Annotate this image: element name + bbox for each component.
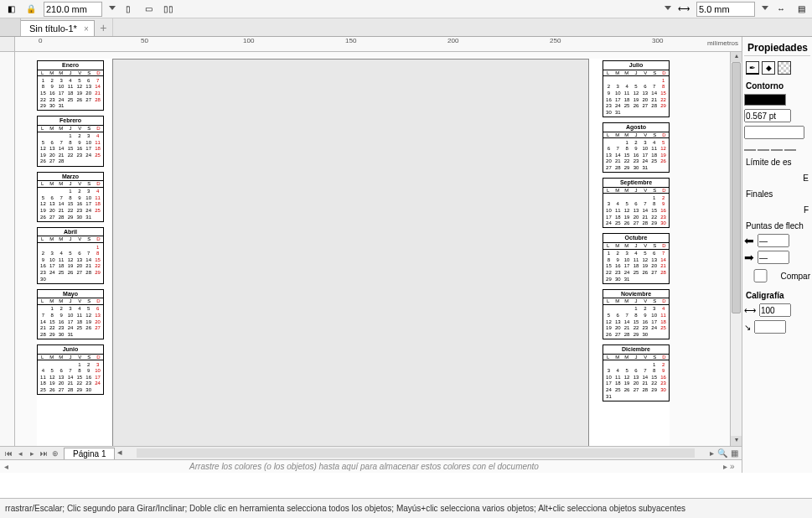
month-title: Noviembre (603, 290, 669, 299)
scroll-down-icon[interactable]: ▾ (731, 436, 742, 446)
miter-limit-label: Límite de es (744, 153, 810, 168)
page-tab-1[interactable]: Página 1 (64, 448, 115, 459)
angle-icon: ↘ (744, 323, 751, 332)
calligraphy-label: Caligrafía (744, 286, 810, 302)
duplicate-distance-icon[interactable]: ↔ (773, 2, 789, 17)
month-title: Julio (603, 61, 669, 70)
outline-style-input[interactable] (744, 126, 804, 139)
dropdown-icon[interactable] (762, 6, 768, 13)
prev-page-icon[interactable]: ◂ (15, 449, 25, 458)
calendar-month[interactable]: MarzoLMMJVSD 123456789101112131415161718… (37, 172, 104, 222)
calendar-month[interactable]: MayoLMMJVSD 1234567891011121314151617181… (37, 289, 104, 339)
ruler-tick: 200 (447, 37, 458, 44)
month-grid: 1234567891011121314151617181920212223242… (603, 76, 669, 117)
calligraphy-stretch-input[interactable] (759, 303, 791, 317)
first-page-icon[interactable]: ⏮ (3, 449, 13, 458)
center-artboard[interactable] (112, 59, 589, 446)
vertical-scrollbar[interactable]: ▴ ▾ (730, 52, 742, 446)
scroll-thumb[interactable] (732, 62, 741, 313)
outline-section-label: Contorno (744, 76, 810, 92)
calendar-month[interactable]: JulioLMMJVSD 123456789101112131415161718… (603, 60, 670, 117)
month-grid: 1234567891011121314151617181920212223242… (38, 243, 103, 283)
fill-icon[interactable]: ◆ (762, 61, 775, 75)
ruler-tick: 150 (345, 37, 356, 44)
calendar-month[interactable]: SeptiembreLMMJVSD 1234567891011121314151… (603, 178, 670, 228)
weekday-header: LMMJVSD (603, 355, 669, 361)
options-toolbar: ◧ 🔒 ▯ ▭ ▯▯ ⟷ ↔ ▤ (0, 0, 812, 18)
outline-width-input[interactable] (744, 109, 791, 122)
last-page-icon[interactable]: ⏭ (39, 449, 49, 458)
month-title: Diciembre (603, 345, 669, 355)
dash-presets[interactable] (744, 141, 810, 153)
month-grid: 1234567891011121314151617181920212223242… (38, 76, 103, 110)
page-left-icon[interactable]: ◧ (3, 2, 18, 17)
vertical-ruler[interactable] (0, 52, 15, 446)
pages-facing-icon[interactable]: ▯▯ (161, 2, 176, 17)
ruler-tick: 0 (39, 37, 42, 44)
ruler-setup-icon[interactable]: ▤ (794, 2, 809, 17)
units-icon[interactable]: ⟷ (676, 2, 691, 17)
calendar-month[interactable]: JunioLMMJVSD 123456789101112131415161718… (37, 344, 104, 395)
lock-icon[interactable]: 🔒 (23, 2, 39, 17)
calendar-month[interactable]: NoviembreLMMJVSD 12345678910111213141516… (603, 289, 670, 339)
share-attributes-checkbox[interactable]: Compar (744, 266, 810, 286)
status-hint: rrastrar/Escalar; Clic segundo para Gira… (5, 504, 685, 513)
scroll-left-icon[interactable]: ◂ (115, 447, 125, 459)
month-grid: 1234567891011121314151617181920212223242… (38, 360, 103, 394)
ruler-origin[interactable] (0, 37, 15, 52)
share-label: Compar (780, 272, 810, 281)
palette-right-icon[interactable]: ▸ » (716, 462, 742, 471)
month-title: Mayo (38, 290, 103, 299)
palette-hint: Arrastre los colores (o los objetos) has… (12, 462, 716, 471)
corners-label: E (744, 168, 810, 184)
navigator-icon[interactable]: ▦ (731, 448, 738, 458)
share-checkbox-input[interactable] (744, 269, 777, 282)
add-page-icon[interactable]: ⊕ (50, 449, 60, 458)
calendar-month[interactable]: OctubreLMMJVSD12345678910111213141516171… (603, 233, 670, 283)
dropdown-icon[interactable] (665, 6, 671, 13)
weekday-header: LMMJVSD (38, 298, 103, 305)
weekday-header: LMMJVSD (603, 132, 669, 139)
document-palette[interactable]: ◂ Arrastre los colores (o los objetos) h… (0, 459, 742, 473)
calendar-month[interactable]: FebreroLMMJVSD 1234567891011121314151617… (37, 116, 104, 166)
scroll-up-icon[interactable]: ▴ (731, 52, 742, 62)
nudge-input[interactable] (696, 2, 755, 17)
calendar-month[interactable]: AbrilLMMJVSD 123456789101112131415161718… (37, 227, 104, 284)
arrow-end-select[interactable] (758, 251, 789, 264)
month-grid: 1234567891011121314151617181920212223242… (603, 138, 669, 172)
calligraphy-angle-input[interactable] (754, 320, 786, 334)
page-width-input[interactable] (44, 2, 102, 17)
transparency-icon[interactable] (778, 61, 791, 75)
calendar-month[interactable]: EneroLMMJVSD1234567891011121314151617181… (37, 60, 104, 111)
calendar-month[interactable]: DiciembreLMMJVSD 12345678910111213141516… (603, 344, 670, 401)
scroll-right-icon[interactable]: ▸ (710, 448, 714, 458)
document-tabs: Sin título-1* × + (0, 18, 812, 37)
horizontal-ruler[interactable]: milímetros 050100150200250300 (15, 37, 742, 52)
arrow-start-select[interactable] (758, 234, 789, 247)
pen-outline-icon[interactable]: ✒ (746, 61, 759, 75)
month-title: Abril (38, 228, 103, 237)
palette-left-icon[interactable]: ◂ (0, 462, 12, 471)
orientation-portrait-icon[interactable]: ▯ (121, 2, 136, 17)
document-tab-1[interactable]: Sin título-1* × (21, 20, 95, 36)
ruler-tick: 100 (243, 37, 254, 44)
calendar-month[interactable]: AgostoLMMJVSD 12345678910111213141516171… (603, 122, 670, 173)
close-icon[interactable]: × (84, 24, 89, 34)
arrow-start-icon: ⬅ (744, 235, 754, 246)
month-grid: 1234567891011121314151617181920212223242… (603, 360, 669, 401)
next-page-icon[interactable]: ▸ (27, 449, 37, 458)
new-tab-button[interactable]: + (95, 18, 113, 36)
month-title: Agosto (603, 123, 669, 132)
canvas[interactable]: EneroLMMJVSD1234567891011121314151617181… (15, 52, 730, 446)
dropdown-icon[interactable] (109, 6, 116, 13)
month-title: Octubre (603, 234, 669, 243)
ruler-tick: 250 (550, 37, 561, 44)
zoom-icon[interactable]: 🔍 (717, 448, 727, 458)
tab-overflow-left[interactable] (0, 18, 21, 36)
arrowheads-label: Puntas de flech (744, 216, 810, 232)
page-navigator: ⏮ ◂ ▸ ⏭ ⊕ Página 1 ◂ ▸ 🔍 ▦ (0, 446, 742, 459)
ruler-tick: 300 (652, 37, 663, 44)
outline-color-swatch[interactable] (744, 94, 786, 106)
horizontal-scrollbar[interactable] (137, 448, 695, 458)
orientation-landscape-icon[interactable]: ▭ (141, 2, 156, 17)
